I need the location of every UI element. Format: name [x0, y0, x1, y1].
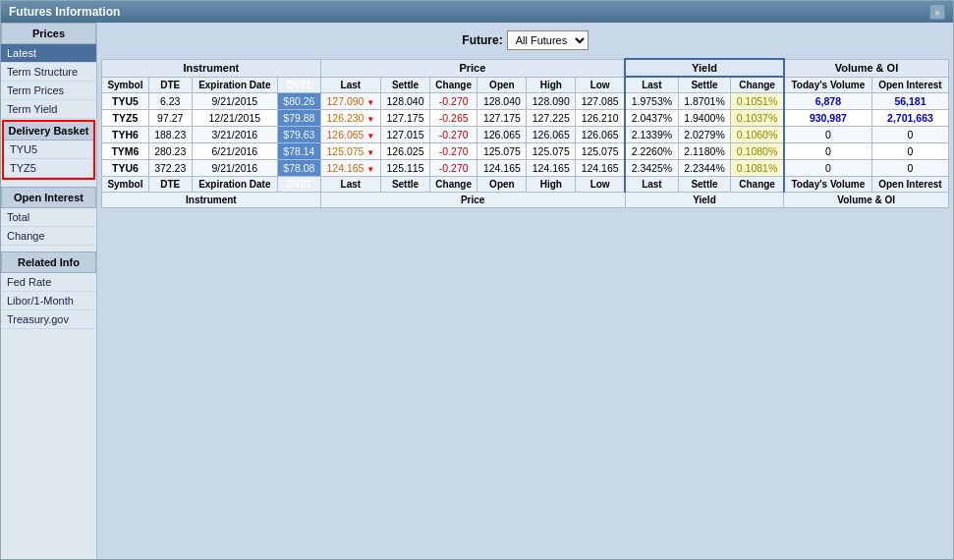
col-last: Last: [320, 77, 380, 93]
cell-high: 124.165: [527, 160, 576, 177]
title-bar: Futures Information ●: [1, 1, 953, 23]
arrow-down-icon: ▼: [366, 132, 374, 140]
open-interest-header[interactable]: Open Interest: [1, 187, 96, 208]
delivery-basket-section: Delivery Basket TYU5 TYZ5: [2, 120, 95, 180]
cell-exp-date: 9/21/2015: [192, 93, 277, 110]
price-group-header: Price: [320, 59, 625, 77]
cell-settle: 126.025: [381, 143, 430, 160]
cell-y-last: 2.1339%: [625, 127, 678, 143]
cell-last: 127.090 ▼: [320, 93, 380, 110]
sidebar-item-libor-label: Libor/1-Month: [7, 295, 74, 307]
main-content: Future: All Futures Instrument Price Yie…: [97, 23, 953, 559]
cell-last: 125.075 ▼: [320, 143, 380, 160]
col-high: High: [527, 77, 576, 93]
col-y-last: Last: [625, 77, 678, 93]
cell-oi: 2,701,663: [871, 110, 948, 127]
col-symbol: Symbol: [102, 77, 149, 93]
cell-last: 126.065 ▼: [320, 127, 380, 143]
cell-high: 126.065: [527, 127, 576, 143]
footer-col-headers: SymbolDTEExpiration DateDV01LastSettleCh…: [102, 177, 949, 193]
cell-vol: 6,878: [784, 93, 872, 110]
cell-oi: 0: [871, 160, 948, 177]
cell-dte: 372.23: [148, 160, 192, 177]
cell-dv01: $79.88: [278, 110, 321, 127]
sidebar-item-treasury-label: Treasury.gov: [7, 313, 69, 325]
cell-high: 127.225: [527, 110, 576, 127]
sidebar-item-term-prices[interactable]: Term Prices: [1, 82, 96, 100]
sidebar-item-term-yield[interactable]: Term Yield: [1, 100, 96, 119]
close-icon: ●: [934, 7, 940, 18]
cell-last: 124.165 ▼: [320, 160, 380, 177]
sidebar-item-tyu5[interactable]: TYU5: [4, 140, 93, 159]
arrow-down-icon: ▼: [366, 148, 374, 157]
cell-change: -0.270: [429, 127, 477, 143]
cell-y-last: 1.9753%: [625, 93, 678, 110]
col-change: Change: [429, 77, 477, 93]
cell-high: 125.075: [527, 143, 576, 160]
cell-open: 124.165: [477, 160, 527, 177]
col-low: Low: [576, 77, 625, 93]
table-row: TYH6 188.23 3/21/2016 $79.63 126.065 ▼ 1…: [102, 127, 949, 143]
sidebar-item-change[interactable]: Change: [1, 227, 96, 246]
cell-last: 126.230 ▼: [320, 110, 380, 127]
cell-exp-date: 6/21/2016: [192, 143, 277, 160]
sidebar-item-total[interactable]: Total: [1, 208, 96, 227]
sidebar-item-latest-label: Latest: [7, 47, 36, 59]
yield-group-header: Yield: [625, 59, 784, 77]
cell-exp-date: 9/21/2016: [192, 160, 277, 177]
future-label: Future:: [462, 33, 502, 47]
cell-low: 127.085: [576, 93, 625, 110]
cell-y-settle: 2.0279%: [678, 127, 731, 143]
col-dv01: DV01: [278, 77, 321, 93]
cell-exp-date: 3/21/2016: [192, 127, 277, 143]
col-exp-date: Expiration Date: [192, 77, 277, 93]
cell-open: 127.175: [477, 110, 527, 127]
sidebar-item-libor[interactable]: Libor/1-Month: [1, 292, 96, 310]
cell-y-change: 0.1081%: [731, 160, 784, 177]
content-area: Prices Latest Term Structure Term Prices…: [1, 23, 953, 559]
cell-dte: 6.23: [148, 93, 192, 110]
cell-low: 126.210: [576, 110, 625, 127]
vol-oi-group-header: Volume & OI: [784, 59, 949, 77]
cell-dv01: $80.26: [278, 93, 321, 110]
sidebar-item-term-structure[interactable]: Term Structure: [1, 63, 96, 82]
footer-vol-oi: Volume & OI: [784, 193, 949, 208]
sidebar-item-treasury[interactable]: Treasury.gov: [1, 310, 96, 329]
col-todays-vol: Today's Volume: [784, 77, 872, 93]
footer-instrument: Instrument: [102, 193, 321, 208]
cell-dv01: $78.14: [278, 143, 321, 160]
sidebar-item-fed-rate[interactable]: Fed Rate: [1, 273, 96, 292]
col-y-change: Change: [731, 77, 784, 93]
window-title: Futures Information: [9, 5, 120, 19]
cell-settle: 127.015: [381, 127, 430, 143]
sidebar-item-latest[interactable]: Latest: [1, 44, 96, 63]
sidebar-item-tyz5[interactable]: TYZ5: [4, 159, 93, 178]
cell-change: -0.270: [429, 93, 477, 110]
cell-y-settle: 1.8701%: [678, 93, 731, 110]
sidebar-item-fed-rate-label: Fed Rate: [7, 276, 51, 288]
sidebar-item-term-yield-label: Term Yield: [7, 103, 57, 115]
close-button[interactable]: ●: [929, 4, 945, 20]
related-info-header[interactable]: Related Info: [1, 252, 96, 273]
cell-y-change: 0.1060%: [731, 127, 784, 143]
cell-vol: 0: [784, 127, 872, 143]
prices-header[interactable]: Prices: [1, 23, 96, 44]
footer-yield: Yield: [625, 193, 784, 208]
col-open: Open: [477, 77, 527, 93]
future-dropdown[interactable]: All Futures: [507, 30, 589, 50]
cell-low: 124.165: [576, 160, 625, 177]
cell-y-last: 2.0437%: [625, 110, 678, 127]
col-open-interest: Open Interest: [871, 77, 948, 93]
cell-y-change: 0.1080%: [731, 143, 784, 160]
sidebar-item-tyz5-label: TYZ5: [10, 162, 36, 174]
cell-settle: 127.175: [381, 110, 430, 127]
cell-open: 128.040: [477, 93, 527, 110]
cell-y-settle: 2.2344%: [678, 160, 731, 177]
cell-symbol: TYZ5: [102, 110, 149, 127]
future-selector: Future: All Futures: [101, 27, 949, 54]
cell-dte: 97.27: [148, 110, 192, 127]
sidebar-item-term-structure-label: Term Structure: [7, 66, 78, 78]
cell-vol: 0: [784, 143, 872, 160]
delivery-basket-header[interactable]: Delivery Basket: [4, 122, 93, 140]
cell-exp-date: 12/21/2015: [192, 110, 277, 127]
